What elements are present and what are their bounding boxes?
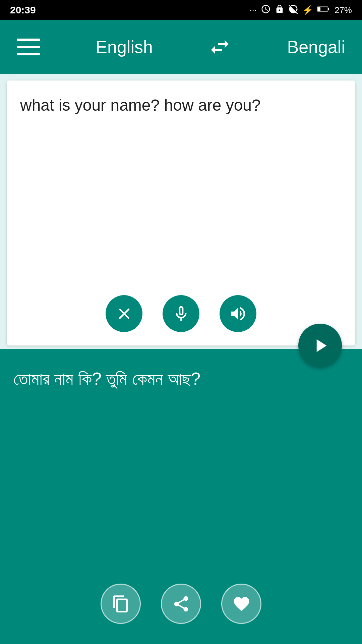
dots-icon: ··· [249,5,257,15]
input-section: what is your name? how are you? [7,80,355,345]
alarm-icon [261,4,271,16]
battery-percent: 27% [335,5,352,15]
status-icons: ··· ⚡ 27% [249,4,352,16]
svg-rect-2 [318,7,320,11]
copy-button[interactable] [101,584,141,624]
menu-button[interactable] [17,39,40,55]
battery-icon [317,4,330,16]
source-text-input[interactable]: what is your name? how are you? [7,80,355,285]
translated-text: তোমার নাম কি? তুমি কেমন আছ? [13,366,349,574]
nav-bar: English Bengali [0,20,362,74]
output-section: তোমার নাম কি? তুমি কেমন আছ? [0,349,362,644]
charging-icon: ⚡ [302,5,313,15]
microphone-button[interactable] [163,295,199,332]
status-bar: 20:39 ··· ⚡ 27% [0,0,362,20]
lock-icon [275,4,284,16]
status-time: 20:39 [10,4,36,16]
target-language-button[interactable]: Bengali [287,37,345,57]
translate-button[interactable] [298,324,342,367]
share-button[interactable] [161,584,201,624]
favorite-button[interactable] [221,584,261,624]
clear-button[interactable] [106,295,142,332]
speak-button[interactable] [220,295,256,332]
signal-icon [288,4,298,16]
source-language-button[interactable]: English [96,37,153,57]
output-controls [13,574,349,631]
svg-rect-1 [328,8,329,10]
swap-languages-button[interactable] [208,35,232,59]
main-content: what is your name? how are you? [0,74,362,644]
